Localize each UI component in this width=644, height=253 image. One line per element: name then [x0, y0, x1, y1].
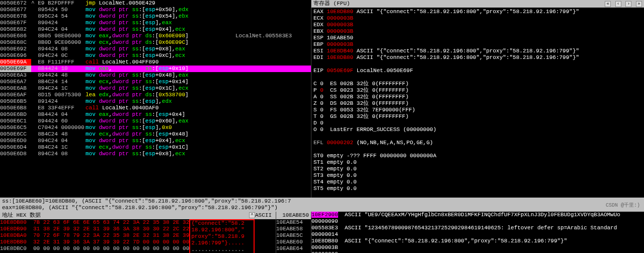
stack-row[interactable]: 10EABE60: [276, 239, 311, 245]
address: 0050E6C1: [0, 118, 31, 124]
disasm-row[interactable]: 0050E686 8B05 98E06000mov eax,dword ptr …: [0, 33, 311, 39]
hex-row[interactable]: 10E8DBA0 70 72 6F 78 79 22 3A 22 35 38 2…: [0, 232, 189, 239]
memory-row[interactable]: 00000014: [311, 231, 644, 238]
disasm-row[interactable]: 0050E68C 8B0D 9CE06000mov ecx,dword ptr …: [0, 39, 311, 46]
flag-line: D 0: [313, 120, 642, 126]
disasm-row[interactable]: 0050E6CC 8B4C24 48mov ecx,dword ptr ss:[…: [0, 131, 311, 138]
register-line[interactable]: EBP 0000003B: [313, 41, 642, 48]
instruction: mov dword ptr ss:[esp],eax: [86, 20, 235, 26]
comment: [235, 72, 311, 79]
address: 0050E6AF: [0, 92, 31, 98]
bytes: 8B4C24 1C: [31, 144, 86, 151]
disasm-row[interactable]: 0050E682 894C24 04mov dword ptr ss:[esp+…: [0, 26, 311, 33]
disasm-row[interactable]: 0050E672^ E9 B2FDFFFFjmp LocalNet.0050E4…: [0, 0, 311, 7]
flag-line: P 0 CS 0023 32位 0(FFFFFFFF): [313, 87, 642, 94]
memory-row[interactable]: 0000003B: [311, 244, 644, 251]
stack-panel[interactable]: 10EABE50 10EABE5410EABE5810EABE5C10EABE6…: [276, 212, 311, 253]
register-line[interactable]: ECX 0000003B: [313, 15, 642, 22]
hex-row[interactable]: 10E8DB80 7B 22 63 6F 6E 6E 65 63 74 22 3…: [0, 219, 189, 226]
instruction: jmp LocalNet.0050E429: [86, 0, 235, 7]
hex-nav-button[interactable]: ^: [249, 212, 255, 218]
bytes: 8B4424 10: [31, 66, 86, 72]
disasm-row[interactable]: 0050E6D8 894C24 08mov dword ptr ss:[esp+…: [0, 151, 311, 157]
disasm-row[interactable]: 0050E6BD 8B4424 04mov eax,dword ptr ss:[…: [0, 111, 311, 118]
ascii-panel: {"connect":"58.218.92.196:800","proxy":"…: [189, 219, 255, 253]
stack-row[interactable]: 10EABE54: [276, 219, 311, 226]
disasm-row[interactable]: 0050E67F 890424mov dword ptr ss:[esp],ea…: [0, 20, 311, 26]
hex-dump-panel[interactable]: 地址 HEX 数据 ASCII ^ 10E8DB80 7B 22 63 6F 6…: [0, 212, 276, 253]
bytes: 894C24 04: [31, 26, 86, 33]
registers-panel[interactable]: 寄存器 (FPU) « ‹ › » EAX 10E8DB80 ASCII "{"…: [311, 0, 644, 198]
stack-row[interactable]: 10EABE5C: [276, 232, 311, 239]
nav-prev-button[interactable]: ‹: [615, 1, 621, 7]
disasm-row[interactable]: 0050E6C1 894424 60mov dword ptr ss:[esp+…: [0, 118, 311, 124]
address: 0050E6A7: [0, 79, 31, 85]
instruction: mov dword ptr ss:[esp+0x8],eax: [86, 46, 235, 52]
stack-row[interactable]: 10EABE64: [276, 245, 311, 252]
address: 0050E6D4: [0, 144, 31, 151]
instruction: mov ecx,dword ptr ss:[esp+0x14]: [86, 79, 235, 85]
disasm-row[interactable]: 0050E6D4 8B4C24 1Cmov ecx,dword ptr ss:[…: [0, 144, 311, 151]
bytes: E8 F111FFFF: [31, 59, 86, 66]
instruction: call LocalNet.004FF890: [86, 59, 235, 66]
disasm-row[interactable]: 0050E6D0 894C24 04mov dword ptr ss:[esp+…: [0, 138, 311, 144]
hex-row[interactable]: 10E8DBB0 32 2E 31 39 36 3A 37 39 39 22 7…: [0, 239, 189, 245]
disassembly-panel[interactable]: 0050E672^ E9 B2FDFFFFjmp LocalNet.0050E4…: [0, 0, 311, 198]
memory-panel[interactable]: 10EF2900 ASCII "UE9/CQEEAxM/YHgHfglbCn8x…: [311, 212, 644, 253]
disasm-row[interactable]: 0050E6AB 894C24 1Cmov dword ptr ss:[esp+…: [0, 85, 311, 92]
memory-row[interactable]: 005583E3 ASCII "123456789009876543213725…: [311, 225, 644, 231]
register-line[interactable]: ESI 10E8DB40 ASCII "{"connect":"58.218.9…: [313, 48, 642, 54]
comment: [235, 59, 311, 66]
comment: [235, 13, 311, 20]
eip-line[interactable]: EIP 0050E69F LocalNet.0050E69F: [313, 68, 642, 74]
fpu-line: ST1 empty 0.0: [313, 159, 642, 166]
memory-row[interactable]: 00000090: [311, 218, 644, 225]
address: 0050E69F: [0, 66, 31, 72]
disasm-row[interactable]: 0050E69F 8B4424 10mov eax,dword ptr ss:[…: [0, 66, 311, 72]
memory-row[interactable]: 10E8DB80 ASCII "{"connect":"58.218.92.19…: [311, 238, 644, 244]
disasm-row[interactable]: 0050E692 894424 08mov dword ptr ss:[esp+…: [0, 46, 311, 52]
nav-last-button[interactable]: »: [636, 1, 642, 7]
disasm-row[interactable]: 0050E6A3 894424 48mov dword ptr ss:[esp+…: [0, 72, 311, 79]
disasm-row[interactable]: 0050E67B 895C24 54mov dword ptr ss:[esp+…: [0, 13, 311, 20]
disasm-row[interactable]: 0050E6A7 8B4C24 14mov ecx,dword ptr ss:[…: [0, 79, 311, 85]
register-line[interactable]: EDX 0000003B: [313, 22, 642, 28]
register-line[interactable]: EDI 10E8DB80 ASCII "{"connect":"58.218.9…: [313, 54, 642, 61]
register-line[interactable]: EBX 0000003B: [313, 28, 642, 35]
address: 0050E6A3: [0, 72, 31, 79]
bytes: 8B4C24 14: [31, 79, 86, 85]
nav-next-button[interactable]: ›: [625, 1, 631, 7]
instruction: mov ecx,dword ptr ds:[0x60E09C]: [86, 39, 235, 46]
memory-row[interactable]: 00000000: [311, 251, 644, 253]
disasm-row[interactable]: 0050E69A E8 F111FFFFcall LocalNet.004FF8…: [0, 59, 311, 66]
disasm-row[interactable]: 0050E696 894C24 0Cmov dword ptr ss:[esp+…: [0, 52, 311, 59]
comment: [235, 52, 311, 59]
disasm-row[interactable]: 0050E677 895424 50mov dword ptr ss:[esp+…: [0, 7, 311, 13]
bytes: 8D15 00875300: [31, 92, 86, 98]
memory-row[interactable]: 10EF2900 ASCII "UE9/CQEEAxM/YHgHfglbCn8x…: [311, 212, 644, 218]
instruction: mov eax,dword ptr ss:[esp+0x4]: [86, 111, 235, 118]
instruction: mov dword ptr ss:[esp],0x0: [86, 124, 235, 131]
comment: [235, 26, 311, 33]
comment: [235, 66, 311, 72]
comment: [235, 118, 311, 124]
bytes: ^ E9 B2FDFFFF: [31, 0, 86, 7]
hex-row[interactable]: 10E8DBC0 00 00 00 00 00 00 00 00 00 00 0…: [0, 245, 189, 252]
hex-row[interactable]: 10E8DB90 31 38 2E 39 32 2E 31 39 36 3A 3…: [0, 226, 189, 232]
bytes: 894424 60: [31, 118, 86, 124]
disasm-row[interactable]: 0050E6AF 8D15 00875300lea edx,dword ptr …: [0, 92, 311, 98]
nav-first-button[interactable]: «: [605, 1, 611, 7]
instruction: mov dword ptr ss:[esp+0x4],ecx: [86, 26, 235, 33]
disasm-row[interactable]: 0050E6B5 891424mov dword ptr ss:[esp],ed…: [0, 98, 311, 105]
disasm-row[interactable]: 0050E6B8 E8 33F4EFFFcall LocalNet.0040DA…: [0, 105, 311, 111]
bytes: 891424: [31, 98, 86, 105]
disasm-row[interactable]: 0050E6C5 C70424 0000000mov dword ptr ss:…: [0, 124, 311, 131]
address: 0050E6D0: [0, 138, 31, 144]
address: 0050E68C: [0, 39, 31, 46]
register-line[interactable]: ESP 10EABE50: [313, 35, 642, 41]
register-line[interactable]: EAX 10E8DB80 ASCII "{"connect":"58.218.9…: [313, 9, 642, 15]
registers-title: 寄存器 (FPU): [313, 1, 350, 7]
address: 0050E677: [0, 7, 31, 13]
address: 0050E672: [0, 0, 31, 7]
stack-row[interactable]: 10EABE58: [276, 226, 311, 232]
